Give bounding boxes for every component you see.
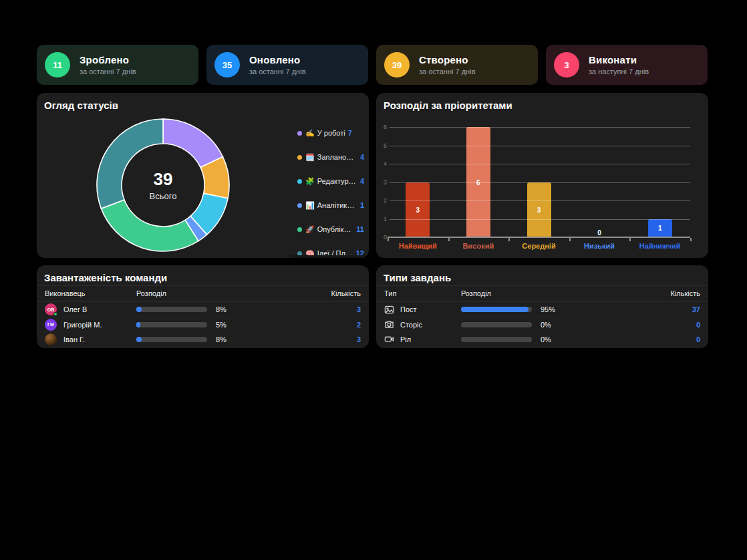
progress-fill xyxy=(136,337,142,342)
team-table-rows: ОВ Олег В 8% 3 ГМ Григорій М. 5% 2 Іван … xyxy=(37,302,369,346)
stat-value-badge: 35 xyxy=(214,52,240,78)
status-overview-panel: Огляд статусів 39 Всього ✍️ У роботі 7 🗓… xyxy=(37,93,369,258)
type-label: Сторіс xyxy=(400,321,461,329)
col-distribution: Розподіл xyxy=(461,289,491,297)
y-axis-tick-label: 6 xyxy=(378,124,387,130)
legend-label: У роботі xyxy=(317,129,345,137)
x-axis-category-label[interactable]: Високий xyxy=(448,242,508,250)
assignee-name: Іван Г. xyxy=(63,335,136,343)
row-count[interactable]: 37 xyxy=(573,305,700,313)
donut-segment[interactable] xyxy=(163,119,222,167)
type-row[interactable]: Пост 95% 37 xyxy=(376,302,708,317)
grid-line xyxy=(390,164,690,164)
legend-status-icon: 🗓️ xyxy=(305,154,315,161)
progress-percent: 0% xyxy=(532,335,573,343)
row-count[interactable]: 0 xyxy=(573,335,700,343)
progress-percent: 8% xyxy=(207,305,249,313)
stat-title: Створено xyxy=(419,54,475,65)
team-row[interactable]: Іван Г. 8% 3 xyxy=(37,331,369,346)
legend-item[interactable]: 🗓️ Заплановано до… 4 xyxy=(297,150,364,164)
legend-item[interactable]: ✍️ У роботі 7 xyxy=(297,126,364,140)
stat-card[interactable]: 3 Виконати за наступні 7 днів xyxy=(546,45,708,85)
y-axis-tick-label: 4 xyxy=(378,160,387,167)
stat-subtitle: за останні 7 днів xyxy=(419,67,475,76)
x-axis-category-label[interactable]: Найнижчий xyxy=(630,242,690,250)
team-workload-title: Завантаженість команди xyxy=(44,272,167,283)
bar-value-label: 1 xyxy=(658,225,662,232)
stat-card[interactable]: 11 Зроблено за останні 7 днів xyxy=(37,45,198,85)
bar-value-label: 3 xyxy=(416,206,420,213)
team-row[interactable]: ГМ Григорій М. 5% 2 xyxy=(37,317,369,331)
col-type: Тип xyxy=(384,289,396,297)
team-row[interactable]: ОВ Олег В 8% 3 xyxy=(37,302,369,317)
legend-count[interactable]: 11 xyxy=(356,225,364,233)
x-axis-category-label[interactable]: Середній xyxy=(509,242,569,250)
types-table-header: Тип Розподіл Кількість xyxy=(376,286,708,301)
x-axis-category-label[interactable]: Низький xyxy=(569,242,629,250)
assignee-name: Григорій М. xyxy=(63,321,136,329)
team-table-header: Виконавець Розподіл Кількість xyxy=(37,286,369,301)
y-axis-tick-label: 2 xyxy=(378,197,387,204)
task-types-title: Типи завдань xyxy=(384,272,451,283)
donut-segment[interactable] xyxy=(97,119,163,208)
legend-count[interactable]: 7 xyxy=(348,129,352,137)
grid-line xyxy=(390,219,690,220)
bar-value-label: 6 xyxy=(476,178,480,186)
col-count: Кількість xyxy=(670,289,700,297)
progress-percent: 0% xyxy=(532,321,573,329)
legend-item[interactable]: 📊 Аналітика / Рез… 1 xyxy=(297,198,364,213)
camera-icon xyxy=(384,319,394,329)
legend-color-dot xyxy=(297,155,302,160)
avatar[interactable]: ОВ xyxy=(45,303,57,315)
x-axis-tick xyxy=(388,238,389,241)
x-axis-line xyxy=(388,237,690,238)
stat-card[interactable]: 39 Створено за останні 7 днів xyxy=(376,45,538,85)
progress-fill xyxy=(461,307,529,312)
types-table-rows: Пост 95% 37 Сторіс 0% 0 Ріл 0% 0 xyxy=(376,302,708,346)
legend-status-icon: 🚀 xyxy=(305,226,315,233)
grid-line xyxy=(390,146,690,146)
progress-bar xyxy=(461,337,532,342)
legend-status-icon: 🧩 xyxy=(305,178,315,185)
stat-card[interactable]: 35 Оновлено за останні 7 днів xyxy=(206,45,368,85)
dashboard-page: 11 Зроблено за останні 7 днів 35 Оновлен… xyxy=(0,0,747,560)
legend-count[interactable]: 4 xyxy=(360,153,364,161)
avatar[interactable] xyxy=(45,333,57,345)
image-icon xyxy=(384,305,394,315)
row-count[interactable]: 3 xyxy=(249,335,361,343)
legend-color-dot xyxy=(297,203,302,208)
progress-bar xyxy=(136,337,207,342)
row-count[interactable]: 0 xyxy=(573,321,700,329)
x-axis-category-label[interactable]: Найвищий xyxy=(388,242,448,250)
donut-segment[interactable] xyxy=(101,200,198,251)
type-row[interactable]: Ріл 0% 0 xyxy=(376,331,708,346)
row-count[interactable]: 3 xyxy=(249,305,361,313)
bar-value-label: 0 xyxy=(597,229,601,237)
legend-scrollbar[interactable] xyxy=(289,255,365,258)
grid-line xyxy=(390,127,690,128)
progress-percent: 5% xyxy=(207,321,249,329)
legend-item[interactable]: 🚀 Опубліковано 11 xyxy=(297,222,364,237)
type-row[interactable]: Сторіс 0% 0 xyxy=(376,317,708,331)
avatar[interactable]: ГМ xyxy=(45,319,57,331)
legend-item[interactable]: 🧩 Редактура / Пе… 4 xyxy=(297,174,364,188)
progress-percent: 8% xyxy=(207,335,249,343)
stat-value-badge: 3 xyxy=(554,52,579,78)
legend-label: Аналітика / Рез… xyxy=(317,201,357,209)
y-axis-tick-label: 0 xyxy=(378,234,387,241)
legend-count[interactable]: 1 xyxy=(360,201,364,209)
x-axis-tick xyxy=(569,238,571,241)
legend-color-dot xyxy=(297,179,302,184)
legend-color-dot xyxy=(297,131,302,136)
assignee-name: Олег В xyxy=(63,305,136,313)
progress-fill xyxy=(136,322,140,327)
col-distribution: Розподіл xyxy=(136,289,166,297)
video-icon xyxy=(384,334,394,344)
legend-item[interactable]: 🧠 Ідеї / Плануван… 12 xyxy=(297,246,364,261)
stat-title: Виконати xyxy=(589,54,649,65)
type-label: Ріл xyxy=(400,335,461,343)
grid-line xyxy=(390,182,690,183)
task-types-panel: Типи завдань Тип Розподіл Кількість Пост… xyxy=(376,265,708,348)
legend-count[interactable]: 4 xyxy=(360,177,364,185)
row-count[interactable]: 2 xyxy=(249,321,361,329)
